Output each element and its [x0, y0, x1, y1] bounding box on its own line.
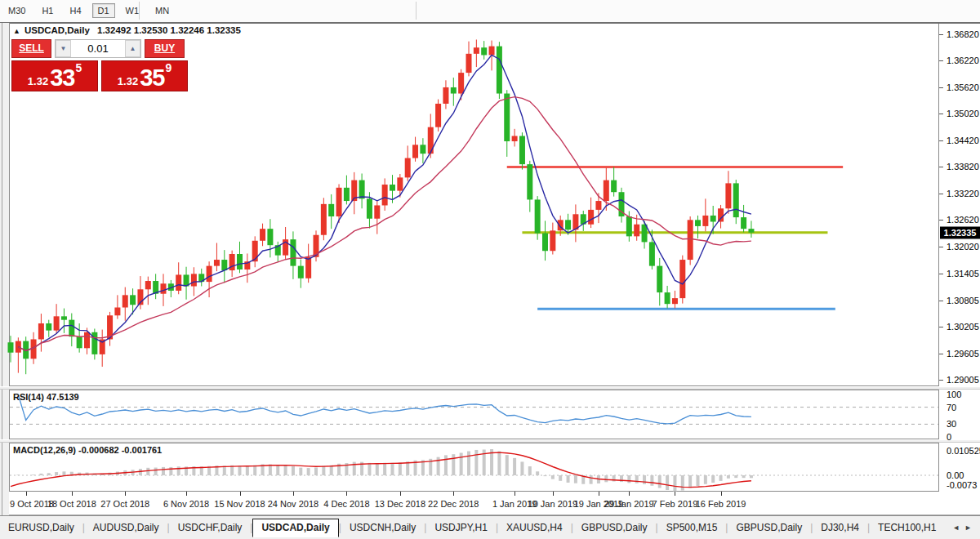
- timeframe-button-h1[interactable]: H1: [36, 3, 59, 18]
- chart-ohlc-quote: 1.32492 1.32530 1.32246 1.32335: [97, 25, 241, 35]
- axis-tick: [939, 301, 943, 301]
- axis-tick: [939, 34, 943, 35]
- sell-price-prefix: 1.32: [28, 75, 48, 88]
- trading-app-window: M30H1H4D1W1MN 9 Oct 201818 Oct 201827 Oc…: [0, 0, 980, 539]
- y-axis-label: 1.36220: [947, 56, 979, 65]
- buy-price-main: 35: [140, 67, 164, 88]
- y-axis-label: 1.33220: [947, 189, 979, 198]
- x-axis-label: 16 Feb 2019: [696, 499, 746, 509]
- axis-tick: [721, 492, 722, 496]
- tab-eurusd-daily[interactable]: EURUSD,Daily: [0, 519, 82, 537]
- axis-tick: [346, 492, 347, 496]
- axis-tick: [939, 327, 943, 327]
- axis-tick: [400, 492, 401, 496]
- axis-tick: [293, 492, 294, 496]
- axis-tick: [72, 492, 73, 496]
- date-axis[interactable]: 9 Oct 201818 Oct 201827 Oct 20186 Nov 20…: [9, 492, 980, 515]
- toolbar-separator: [416, 2, 416, 20]
- sell-price-main: 33: [50, 67, 74, 88]
- axis-tick: [453, 492, 454, 496]
- volume-input[interactable]: 0.01: [71, 40, 125, 57]
- axis-tick: [599, 492, 599, 496]
- timeframe-button-mn[interactable]: MN: [149, 3, 175, 18]
- y-axis-label: 1.29605: [947, 349, 979, 359]
- y-axis-label: 1.33820: [947, 162, 979, 172]
- x-axis-label: 13 Dec 2018: [375, 499, 425, 509]
- timeframe-toolbar: M30H1H4D1W1MN: [0, 0, 980, 23]
- axis-tick: [553, 492, 554, 496]
- current-price-badge: 1.32335: [940, 226, 980, 238]
- rsi-axis-label: 0: [947, 432, 951, 442]
- tab-usdchf-daily[interactable]: USDCHF,Daily: [170, 519, 251, 537]
- y-axis-label: 1.32620: [947, 215, 979, 225]
- tab-sp500-m15[interactable]: SP500,M15: [658, 519, 726, 537]
- timeframe-button-w1[interactable]: W1: [120, 3, 145, 18]
- macd-label: MACD(12,26,9) -0.000682 -0.001761: [13, 445, 162, 455]
- axis-tick: [629, 492, 630, 496]
- timeframe-button-m30[interactable]: M30: [2, 3, 31, 18]
- tab-audusd-daily[interactable]: AUDUSD,Daily: [85, 519, 167, 537]
- symbol-tab-bar: EURUSD,Daily|AUDUSD,Daily|USDCHF,Daily|U…: [0, 515, 980, 539]
- chart-title: ▲USDCAD,Daily 1.32492 1.32530 1.32246 1.…: [13, 25, 241, 35]
- axis-tick: [939, 247, 943, 247]
- x-axis-label: 18 Oct 2018: [47, 499, 96, 509]
- timeframe-button-h4[interactable]: H4: [64, 3, 87, 18]
- y-axis-label: 1.36820: [947, 29, 979, 39]
- tab-usdjpy-h1[interactable]: USDJPY,H1: [426, 519, 495, 537]
- axis-tick: [939, 60, 943, 61]
- x-axis-label: 27 Oct 2018: [100, 499, 149, 509]
- axis-tick: [26, 492, 27, 496]
- y-axis-label: 1.35620: [947, 82, 979, 92]
- tab-dj30-h4[interactable]: DJ30,H4: [813, 519, 867, 537]
- x-axis-label: 4 Dec 2018: [323, 499, 369, 509]
- x-axis-label: 7 Feb 2019: [653, 499, 698, 509]
- rsi-panel[interactable]: [9, 390, 939, 439]
- macd-axis-label: -0.0073: [947, 480, 977, 490]
- axis-tick: [125, 492, 126, 496]
- rsi-label: RSI(14) 47.5139: [13, 392, 79, 402]
- axis-tick: [939, 354, 943, 354]
- volume-increase-icon[interactable]: ▲: [125, 40, 140, 57]
- tab-scroll-arrows[interactable]: ◄►: [952, 523, 977, 532]
- tab-usdcad-daily[interactable]: USDCAD,Daily: [252, 519, 338, 537]
- toolbar-separator: [139, 2, 140, 20]
- chart-symbol-label: USDCAD,Daily: [24, 25, 90, 35]
- tab-tech100-h1[interactable]: TECH100,H1: [870, 519, 944, 537]
- macd-axis-label: 0.010525: [947, 446, 980, 456]
- axis-tick: [186, 492, 187, 496]
- tab-xauusd-h4[interactable]: XAUUSD,H4: [498, 519, 571, 537]
- tab-usdcnh-daily[interactable]: USDCNH,Daily: [341, 519, 424, 537]
- sell-button[interactable]: SELL: [11, 39, 51, 58]
- tab-gbpusd-daily[interactable]: GBPUSD,Daily: [573, 519, 656, 537]
- timeframe-button-d1[interactable]: D1: [92, 3, 115, 18]
- sell-price-box[interactable]: 1.32335: [11, 60, 98, 91]
- buy-price-pip: 9: [165, 56, 172, 80]
- x-axis-label: 24 Nov 2018: [268, 499, 318, 509]
- macd-values: -0.000682 -0.001761: [78, 445, 162, 455]
- tab-gbpusd-daily[interactable]: GBPUSD,Daily: [728, 519, 810, 537]
- one-click-trade-widget: SELL ▼ 0.01 ▲ BUY 1.32335 1.32359: [11, 39, 188, 91]
- axis-tick: [939, 380, 943, 381]
- rsi-axis-label: 30: [947, 419, 956, 429]
- x-axis-label: 29 Jan 2019: [604, 499, 654, 509]
- collapse-trade-panel-icon[interactable]: ▲: [13, 27, 20, 35]
- buy-price-box[interactable]: 1.32359: [101, 60, 188, 91]
- axis-tick: [939, 167, 943, 167]
- y-axis-label: 1.29005: [947, 375, 979, 385]
- axis-tick: [939, 114, 943, 114]
- axis-tick: [939, 140, 943, 141]
- y-axis-label: 1.30205: [947, 322, 979, 332]
- volume-decrease-icon[interactable]: ▼: [56, 40, 71, 57]
- y-axis-label: 1.32020: [947, 242, 979, 252]
- macd-axis-label: 0.00: [947, 470, 964, 480]
- axis-tick: [514, 492, 515, 496]
- axis-tick: [939, 87, 943, 88]
- rsi-axis-label: 100: [947, 390, 961, 399]
- rsi-axis-label: 70: [947, 403, 956, 412]
- sell-price-pip: 5: [75, 56, 82, 80]
- x-axis-label: 6 Nov 2018: [163, 499, 209, 509]
- volume-stepper: ▼ 0.01 ▲: [55, 39, 141, 58]
- y-axis-label: 1.35020: [947, 109, 979, 118]
- x-axis-label: 15 Nov 2018: [214, 499, 265, 509]
- axis-tick: [939, 220, 943, 220]
